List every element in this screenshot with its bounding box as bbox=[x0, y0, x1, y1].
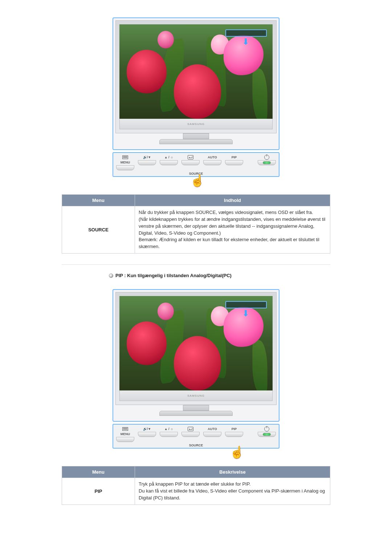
down-button[interactable] bbox=[138, 160, 156, 165]
btn-up-group: ▲ / ☼ bbox=[160, 427, 178, 437]
btn-enter-group bbox=[181, 155, 200, 165]
power-icon bbox=[264, 155, 269, 159]
source-label: SOURCE bbox=[189, 443, 203, 447]
table-content-cell: Tryk på knappen PIP for at tænde eller s… bbox=[135, 478, 330, 505]
source-table: Menu Indhold SOURCE Når du trykker på kn… bbox=[62, 194, 330, 254]
monitor-frame: ⬇ SAMSUNG bbox=[113, 289, 279, 422]
osd-highlight-box bbox=[225, 29, 267, 37]
monitor-stand bbox=[115, 405, 277, 421]
btn-auto-group: AUTO bbox=[203, 155, 221, 165]
table-header-menu: Menu bbox=[62, 466, 135, 478]
down-button[interactable] bbox=[138, 432, 156, 437]
monitor-screen: ⬇ bbox=[119, 24, 273, 119]
enter-button[interactable] bbox=[181, 160, 200, 165]
tulip-shape bbox=[174, 64, 221, 119]
table-menu-cell: SOURCE bbox=[62, 206, 135, 254]
tulips-wallpaper: ⬇ bbox=[119, 24, 273, 119]
auto-button[interactable] bbox=[203, 432, 221, 437]
brightness-up-icon: ▲ / ☼ bbox=[164, 427, 173, 431]
btn-pip-group: PIP bbox=[225, 427, 243, 437]
tulip-shape bbox=[158, 31, 174, 48]
tulip-shape bbox=[127, 50, 167, 93]
power-button[interactable] bbox=[258, 432, 276, 437]
btn-pip-group: PIP bbox=[225, 155, 243, 165]
btn-down-group: 🔊/▼ bbox=[138, 427, 156, 437]
section-heading-text: PIP : Kun tilgængelig i tilstanden Analo… bbox=[115, 273, 232, 278]
tulip-shape bbox=[158, 303, 174, 320]
auto-button[interactable] bbox=[203, 160, 221, 165]
btn-down-group: 🔊/▼ bbox=[138, 155, 156, 165]
section-heading-pip: PIP : Kun tilgængelig i tilstanden Analo… bbox=[109, 273, 348, 278]
pip-table: Menu Beskrivelse PIP Tryk på knappen PIP… bbox=[62, 466, 330, 505]
pip-button[interactable] bbox=[225, 160, 243, 165]
brightness-up-icon: ▲ / ☼ bbox=[164, 155, 173, 159]
table-header-content: Indhold bbox=[135, 195, 330, 206]
enter-button[interactable] bbox=[181, 432, 200, 437]
leaf-shape bbox=[252, 67, 267, 119]
menu-button[interactable] bbox=[116, 165, 134, 170]
stand-base bbox=[159, 139, 233, 144]
menu-button[interactable] bbox=[116, 437, 134, 442]
stand-neck bbox=[183, 405, 209, 411]
tulip-shape bbox=[127, 321, 167, 365]
arrow-down-icon: ⬇ bbox=[242, 309, 249, 318]
pip-label: PIP bbox=[232, 155, 237, 159]
arrow-down-icon: ⬇ bbox=[242, 37, 249, 46]
table-row: SOURCE Når du trykker på knappen SOURCE,… bbox=[62, 206, 330, 254]
section-divider bbox=[62, 264, 330, 265]
btn-enter-group bbox=[181, 427, 200, 437]
menu-label: MENU bbox=[121, 160, 130, 165]
stand-neck bbox=[183, 133, 209, 139]
enter-icon bbox=[188, 155, 193, 159]
pip-button[interactable] bbox=[225, 432, 243, 437]
monitor-illustration-pip: ⬇ SAMSUNG bbox=[113, 289, 279, 449]
monitor-chin: SAMSUNG bbox=[119, 390, 273, 401]
pointing-hand-icon: ☝ bbox=[190, 175, 205, 186]
volume-down-icon: 🔊/▼ bbox=[143, 155, 151, 159]
table-row: PIP Tryk på knappen PIP for at tænde ell… bbox=[62, 478, 330, 505]
button-row: MENU 🔊/▼ ▲ / ☼ bbox=[116, 427, 276, 442]
auto-label: AUTO bbox=[208, 427, 217, 431]
leaf-shape bbox=[252, 339, 267, 390]
monitor-bezel: ⬇ SAMSUNG bbox=[115, 20, 277, 133]
power-icon bbox=[264, 427, 269, 431]
table-header-content: Beskrivelse bbox=[135, 466, 330, 478]
table-header-menu: Menu bbox=[62, 195, 135, 206]
monitor-stand bbox=[115, 133, 277, 149]
monitor-chin: SAMSUNG bbox=[119, 119, 273, 129]
btn-menu-group: MENU bbox=[116, 155, 134, 170]
up-button[interactable] bbox=[160, 160, 178, 165]
enter-icon bbox=[188, 427, 193, 431]
volume-down-icon: 🔊/▼ bbox=[143, 427, 151, 431]
button-row: MENU 🔊/▼ ▲ / ☼ bbox=[116, 155, 276, 170]
btn-auto-group: AUTO bbox=[203, 427, 221, 437]
table-content-cell: Når du trykker på knappen SOURCE, vælges… bbox=[135, 206, 330, 254]
stand-base bbox=[159, 411, 233, 416]
monitor-illustration-source: ⬇ SAMSUNG bbox=[113, 17, 279, 177]
brand-label: SAMSUNG bbox=[187, 394, 204, 397]
btn-menu-group: MENU bbox=[116, 427, 134, 442]
btn-up-group: ▲ / ☼ bbox=[160, 155, 178, 165]
pip-label: PIP bbox=[232, 427, 237, 431]
brand-label: SAMSUNG bbox=[187, 122, 204, 126]
bullet-icon bbox=[109, 274, 113, 278]
monitor-button-panel: MENU 🔊/▼ ▲ / ☼ bbox=[113, 152, 279, 177]
osd-highlight-box bbox=[225, 301, 267, 308]
auto-label: AUTO bbox=[208, 155, 217, 159]
monitor-screen: ⬇ bbox=[119, 296, 273, 390]
document-page: ⬇ SAMSUNG bbox=[44, 0, 348, 534]
tulips-wallpaper: ⬇ bbox=[119, 296, 273, 390]
pointing-hand-icon: ☝ bbox=[230, 446, 244, 458]
menu-icon bbox=[122, 427, 128, 431]
up-button[interactable] bbox=[160, 432, 178, 437]
btn-power-group bbox=[258, 155, 276, 165]
tulip-shape bbox=[174, 336, 221, 390]
table-menu-cell: PIP bbox=[62, 478, 135, 505]
menu-label: MENU bbox=[121, 432, 130, 436]
btn-power-group bbox=[258, 427, 276, 437]
monitor-button-panel: MENU 🔊/▼ ▲ / ☼ bbox=[113, 424, 279, 449]
power-button[interactable] bbox=[258, 160, 276, 165]
menu-icon bbox=[122, 155, 128, 159]
monitor-bezel: ⬇ SAMSUNG bbox=[115, 292, 277, 405]
monitor-frame: ⬇ SAMSUNG bbox=[113, 17, 279, 150]
